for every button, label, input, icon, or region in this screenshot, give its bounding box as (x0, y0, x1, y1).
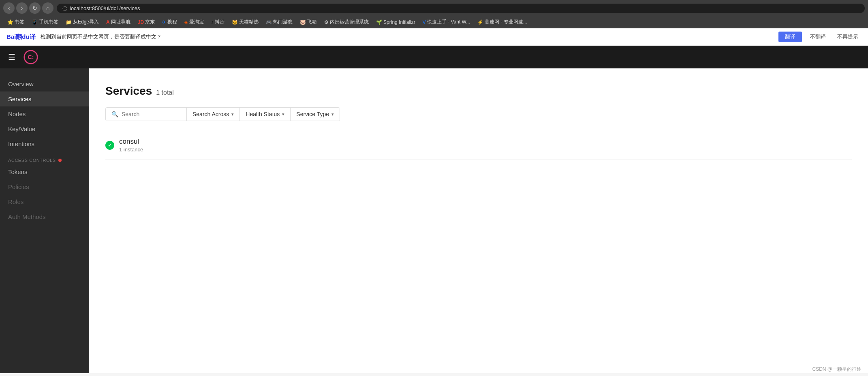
address-bar[interactable]: ◯ localhost:8500/ui/dc1/services (57, 4, 865, 13)
main-layout: Overview Services Nodes Key/Value Intent… (0, 68, 868, 373)
service-info-consul: consul 1 instance (119, 138, 143, 153)
home-button[interactable]: ⌂ (42, 2, 53, 14)
translate-bar: Bai翻du译 检测到当前网页不是中文网页，是否要翻译成中文？ 翻译 不翻译 不… (0, 28, 868, 46)
health-status-chevron: ▾ (282, 112, 284, 117)
sidebar-item-overview[interactable]: Overview (0, 76, 89, 91)
service-name-consul: consul (119, 138, 143, 146)
sidebar-item-roles: Roles (0, 194, 89, 209)
service-type-chevron: ▾ (331, 112, 334, 117)
service-list: ✓ consul 1 instance (105, 131, 852, 159)
service-item-consul[interactable]: ✓ consul 1 instance (105, 131, 852, 159)
lock-icon: ◯ (62, 6, 67, 11)
access-controls-dot (58, 159, 62, 162)
main-content: Services 1 total 🔍 Search Across ▾ Healt… (89, 68, 868, 373)
back-button[interactable]: ‹ (3, 2, 15, 14)
bookmark-douyin[interactable]: ♪ 抖音 (210, 18, 226, 26)
nav-buttons: ‹ › ↻ ⌂ (3, 2, 53, 14)
bookmark-ops[interactable]: ⚙ 内部运营管理系统 (323, 18, 370, 26)
search-across-label: Search Across (192, 111, 229, 117)
sidebar-item-intentions[interactable]: Intentions (0, 136, 89, 151)
bookmark-jd[interactable]: JD 京东 (136, 18, 156, 26)
bookmark-ctrip[interactable]: ✈ 携程 (160, 18, 179, 26)
bookmark-vant[interactable]: V 快速上手 - Vant W... (421, 18, 472, 26)
page-count: 1 total (156, 89, 174, 96)
service-instances-consul: 1 instance (119, 147, 143, 153)
filter-bar: 🔍 Search Across ▾ Health Status ▾ Servic… (105, 107, 340, 121)
address-text: localhost:8500/ui/dc1/services (70, 5, 140, 11)
translate-button[interactable]: 翻译 (778, 32, 802, 42)
bookmark-tianmao[interactable]: 🐱 天猫精选 (230, 18, 260, 26)
sidebar: Overview Services Nodes Key/Value Intent… (0, 68, 89, 373)
service-type-label: Service Type (296, 111, 329, 117)
search-across-dropdown[interactable]: Search Across ▾ (187, 108, 240, 121)
svg-text:C:: C: (28, 54, 34, 60)
bookmark-nav[interactable]: A 网址导航 (105, 18, 132, 26)
search-input-wrapper[interactable]: 🔍 (106, 108, 187, 121)
health-status-label: Health Status (246, 111, 280, 117)
app-container: ☰ C: Overview Services Nodes Key/Value (0, 46, 868, 373)
top-nav: ☰ C: (0, 46, 868, 68)
service-status-passing-icon: ✓ (105, 141, 114, 150)
search-icon: 🔍 (111, 111, 118, 117)
bookmark-mobile[interactable]: 📱 手机书签 (30, 18, 60, 26)
sidebar-item-policies: Policies (0, 179, 89, 194)
bookmark-taobao[interactable]: ◈ 爱淘宝 (183, 18, 205, 26)
consul-logo: C: (24, 50, 38, 64)
search-input[interactable] (122, 111, 178, 117)
no-remind-button[interactable]: 不再提示 (834, 32, 862, 42)
sidebar-item-nodes[interactable]: Nodes (0, 106, 89, 121)
baidu-logo: Bai翻du译 (6, 33, 36, 41)
health-status-dropdown[interactable]: Health Status ▾ (240, 108, 291, 121)
translate-message: 检测到当前网页不是中文网页，是否要翻译成中文？ (41, 33, 774, 40)
page-title: Services (105, 85, 152, 98)
bookmarks-bar: ⭐ 书签 📱 手机书签 📁 从Edge导入 A 网址导航 JD 京东 ✈ 携程 … (3, 16, 865, 28)
bookmark-xingxing[interactable]: ⭐ 书签 (6, 18, 26, 26)
service-type-dropdown[interactable]: Service Type ▾ (291, 108, 340, 121)
bookmark-spring[interactable]: 🌱 Spring Initializr (374, 19, 417, 26)
bookmark-games[interactable]: 🎮 热门游戏 (264, 18, 294, 26)
bookmark-feizhu[interactable]: 🐷 飞猪 (298, 18, 319, 26)
sidebar-item-auth-methods: Auth Methods (0, 209, 89, 224)
search-across-chevron: ▾ (231, 112, 234, 117)
refresh-button[interactable]: ↻ (29, 2, 41, 14)
hamburger-button[interactable]: ☰ (6, 51, 17, 64)
page-header: Services 1 total (105, 85, 852, 98)
sidebar-item-keyvalue[interactable]: Key/Value (0, 121, 89, 136)
no-translate-button[interactable]: 不翻译 (807, 32, 829, 42)
browser-chrome: ‹ › ↻ ⌂ ◯ localhost:8500/ui/dc1/services… (0, 0, 868, 28)
forward-button[interactable]: › (16, 2, 28, 14)
bookmark-speedtest[interactable]: ⚡ 测速网 - 专业网速... (476, 18, 529, 26)
sidebar-item-services[interactable]: Services (0, 91, 89, 106)
browser-top-bar: ‹ › ↻ ⌂ ◯ localhost:8500/ui/dc1/services (3, 2, 865, 16)
sidebar-item-tokens[interactable]: Tokens (0, 164, 89, 179)
bookmark-edge[interactable]: 📁 从Edge导入 (64, 18, 100, 26)
footer-note: CSDN @一颗星的征途 (812, 366, 862, 373)
access-controls-label: ACCESS CONTROLS (0, 151, 89, 164)
